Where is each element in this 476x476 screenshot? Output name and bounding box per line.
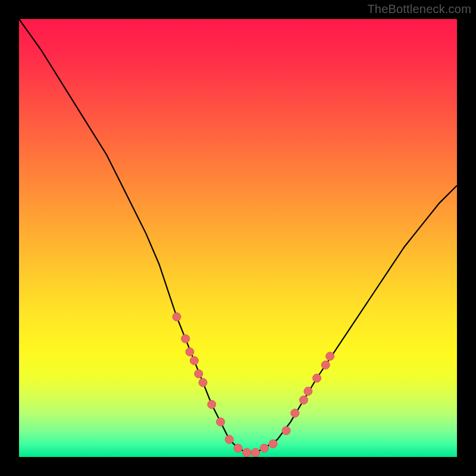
- marker-dot: [282, 427, 290, 435]
- marker-dot: [299, 396, 308, 404]
- outer-frame: TheBottleneck.com: [0, 0, 476, 476]
- marker-dot: [269, 440, 277, 448]
- marker-dot: [260, 444, 268, 452]
- marker-dot: [251, 449, 259, 457]
- marker-dot: [225, 436, 233, 444]
- marker-dot: [199, 378, 207, 387]
- marker-dot: [217, 418, 225, 426]
- marker-dot: [291, 409, 299, 417]
- marker-dot: [181, 334, 190, 343]
- marker-dot: [186, 347, 194, 356]
- marker-dot: [190, 356, 198, 365]
- marker-dot: [173, 313, 181, 321]
- curve-layer: [19, 19, 457, 457]
- marker-group: [173, 313, 334, 457]
- watermark-text: TheBottleneck.com: [367, 2, 471, 16]
- bottleneck-curve: [19, 19, 457, 453]
- marker-dot: [304, 387, 312, 396]
- marker-dot: [313, 374, 321, 383]
- marker-dot: [326, 352, 334, 361]
- marker-dot: [243, 449, 251, 457]
- marker-dot: [208, 400, 216, 409]
- plot-area: [19, 19, 457, 457]
- marker-dot: [234, 444, 242, 452]
- marker-dot: [195, 369, 203, 378]
- marker-dot: [321, 361, 330, 369]
